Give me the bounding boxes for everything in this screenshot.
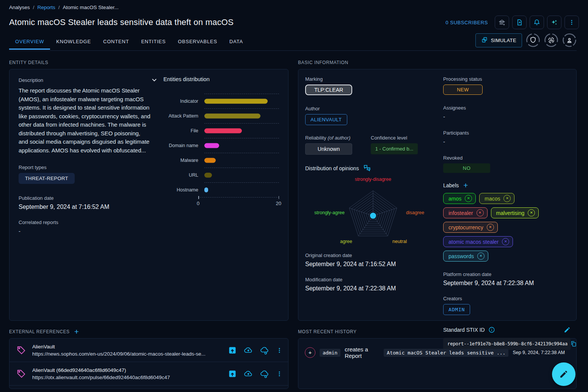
assignees-label: Assignees xyxy=(443,105,571,111)
enroll-playbook-button[interactable] xyxy=(495,16,509,29)
report-type-chip[interactable]: THREAT-REPORT xyxy=(19,173,75,184)
processing-status-label: Processing status xyxy=(443,76,571,82)
remove-label-icon[interactable]: ✕ xyxy=(465,195,472,202)
label-chip-amos[interactable]: amos✕ xyxy=(443,193,476,204)
info-icon[interactable] xyxy=(488,326,495,333)
security-posture-gauge[interactable] xyxy=(526,33,540,47)
publication-date-value: September 9, 2024 at 7:16:52 AM xyxy=(19,204,158,210)
cloud-sync-icon[interactable] xyxy=(260,369,270,378)
modification-date-value: September 9, 2024 at 7:22:38 AM xyxy=(305,285,443,292)
right-column: BASIC INFORMATION Marking TLP:CLEAR Auth… xyxy=(298,58,577,389)
tab-knowledge[interactable]: KNOWLEDGE xyxy=(50,34,97,49)
cloud-sync-icon[interactable] xyxy=(260,346,270,355)
dist-category-label: Domain name xyxy=(163,143,204,148)
participants-label: Participants xyxy=(443,130,571,136)
dist-bar[interactable] xyxy=(204,114,260,119)
label-chip-cryptocurrency[interactable]: cryptocurrency✕ xyxy=(443,222,498,233)
remove-label-icon[interactable]: ✕ xyxy=(502,238,509,245)
ai-assistant-button[interactable] xyxy=(547,16,561,29)
correlated-reports-label: Correlated reports xyxy=(19,220,158,225)
edit-stix-id-icon[interactable] xyxy=(564,326,571,333)
stix-id-box: report--1ef91e7b-b8e8-599b-8cf6-242139c9… xyxy=(443,338,571,350)
confidence-level-chip[interactable]: 1 - Confirmed b... xyxy=(371,143,418,154)
publication-date-label: Publication date xyxy=(19,195,158,201)
report-types-label: Report types xyxy=(19,165,158,170)
marking-chip[interactable]: TLP:CLEAR xyxy=(305,85,352,95)
tab-content[interactable]: CONTENT xyxy=(97,34,135,49)
label-chip-atomic-macos-stealer[interactable]: atomic macos stealer✕ xyxy=(443,236,513,247)
shield-icon xyxy=(531,37,535,42)
pencil-icon xyxy=(559,370,568,379)
simulate-label: SIMULATE xyxy=(491,38,516,43)
tag-icon xyxy=(16,345,26,355)
platform-creation-date-label: Platform creation date xyxy=(443,271,571,277)
label-chip-malvertising[interactable]: malvertising✕ xyxy=(491,207,539,218)
remove-label-icon[interactable]: ✕ xyxy=(487,224,494,231)
stix-id-label: Standard STIX ID xyxy=(443,327,485,333)
label-chip-macos[interactable]: macos✕ xyxy=(479,193,514,204)
label-chip-passwords[interactable]: passwords✕ xyxy=(443,251,488,262)
label-chip-infostealer[interactable]: infostealer✕ xyxy=(443,207,488,218)
cloud-upload-icon[interactable] xyxy=(243,369,253,378)
entity-details-card: Description The report discusses the Ato… xyxy=(9,69,289,321)
entities-distribution-title: Entities distribution xyxy=(163,76,279,82)
reference-more-options-icon[interactable] xyxy=(276,370,283,378)
kebab-menu-icon xyxy=(568,19,575,26)
reference-more-options-icon[interactable] xyxy=(276,347,283,354)
reliability-label: Reliability (of author) xyxy=(305,135,371,141)
breadcrumb-reports-link[interactable]: Reports xyxy=(38,5,55,10)
simulate-icon xyxy=(481,36,488,44)
open-link-icon[interactable] xyxy=(228,369,237,378)
notifications-button[interactable] xyxy=(530,16,544,29)
add-label-button[interactable]: + xyxy=(463,183,468,188)
dist-bar[interactable] xyxy=(204,129,242,133)
tab-entities[interactable]: ENTITIES xyxy=(135,34,172,49)
open-link-icon[interactable] xyxy=(228,346,237,355)
remove-label-icon[interactable]: ✕ xyxy=(503,195,511,202)
edit-fab-button[interactable] xyxy=(552,362,575,386)
dist-row: Hostname xyxy=(163,182,279,197)
dist-bar[interactable] xyxy=(204,158,216,163)
tab-overview[interactable]: OVERVIEW xyxy=(9,34,50,49)
author-chip[interactable]: ALIENVAULT xyxy=(305,114,347,125)
cloud-upload-icon[interactable] xyxy=(243,346,253,355)
add-external-reference-button[interactable]: + xyxy=(74,329,79,334)
tab-observables[interactable]: OBSERVABLES xyxy=(172,34,223,49)
subscribers-count[interactable]: 0 SUBSCRIBERS xyxy=(445,20,488,25)
detection-gauge[interactable] xyxy=(544,33,558,47)
remove-label-icon[interactable]: ✕ xyxy=(477,209,484,216)
breadcrumb: Analyses / Reports / Atomic macOS Steale… xyxy=(9,5,579,10)
opinions-label: Distribution of opinions xyxy=(305,165,359,171)
history-timestamp: Sep 9, 2024, 7:22:38 AM xyxy=(513,350,569,355)
dist-row: Malware xyxy=(163,153,279,168)
dist-bar[interactable] xyxy=(204,99,268,104)
processing-status-chip[interactable]: NEW xyxy=(443,85,483,95)
remove-label-icon[interactable]: ✕ xyxy=(477,252,485,260)
chevron-down-icon[interactable] xyxy=(151,76,158,84)
copy-icon[interactable] xyxy=(570,340,577,347)
export-button[interactable] xyxy=(512,16,527,29)
simulate-button[interactable]: SIMULATE xyxy=(475,33,522,47)
platform-creation-date-value: September 9, 2024 at 7:22:38 AM xyxy=(443,280,571,287)
dist-bar[interactable] xyxy=(204,143,219,148)
opinions-radar-chart: strongly-disagreedisagreeneutralagreestr… xyxy=(310,177,436,247)
breadcrumb-analyses[interactable]: Analyses xyxy=(9,5,30,10)
more-options-button[interactable] xyxy=(564,16,579,29)
tab-data[interactable]: DATA xyxy=(223,34,249,49)
dist-row: Indicator xyxy=(163,94,279,108)
opinions-feedback-icon[interactable] xyxy=(363,165,371,172)
correlated-reports-value: - xyxy=(19,228,158,234)
remove-label-icon[interactable]: ✕ xyxy=(528,209,535,216)
author-label: Author xyxy=(305,106,443,111)
dist-category-label: File xyxy=(163,128,204,133)
creator-chip[interactable]: ADMIN xyxy=(443,304,470,315)
marking-label: Marking xyxy=(305,76,443,82)
description-column: Description The report discusses the Ato… xyxy=(19,76,158,234)
victimology-gauge[interactable] xyxy=(562,33,577,47)
dist-bar[interactable] xyxy=(204,188,208,193)
bank-add-icon xyxy=(498,19,506,26)
dist-track xyxy=(204,108,279,123)
entity-details-section-label: ENTITY DETAILS xyxy=(9,60,289,65)
dist-bar[interactable] xyxy=(204,173,212,178)
history-action-text: creates a Report xyxy=(345,346,379,359)
